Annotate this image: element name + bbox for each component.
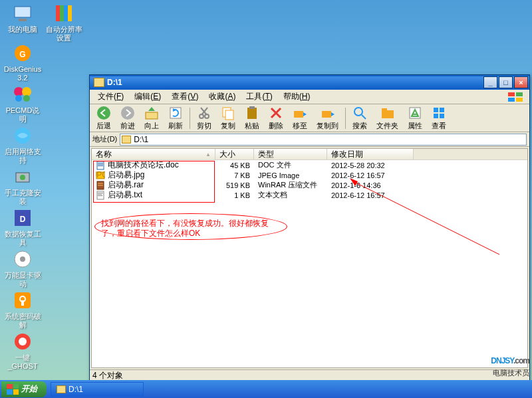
- annotation-text: 找到网的路径看下，有没恢复成功。很好都恢复了，重启看下文件怎么样OK: [101, 219, 281, 239]
- column-header[interactable]: 名称▲: [92, 149, 215, 159]
- toolbar-folders-button[interactable]: 文件夹: [372, 105, 402, 132]
- close-button[interactable]: ×: [514, 76, 528, 88]
- up-icon: [144, 106, 159, 120]
- svg-rect-41: [322, 111, 331, 118]
- menu-h[interactable]: 帮助(H): [278, 90, 316, 104]
- toolbar-label: 后退: [96, 121, 111, 131]
- desktop-icon-label: 我的电脑: [4, 25, 41, 34]
- minimize-button[interactable]: _: [483, 76, 497, 88]
- address-label: 地址(D): [92, 134, 117, 144]
- ghost-icon: [12, 331, 33, 352]
- desktop-icon-diskgenius[interactable]: GDiskGenius 3.2: [4, 43, 41, 82]
- prop-icon: [408, 106, 422, 120]
- toolbar-search-button[interactable]: 搜索: [348, 105, 371, 132]
- desktop-icon-colorbar[interactable]: 自动分辨率设置: [45, 3, 82, 43]
- column-header[interactable]: 类型: [254, 149, 327, 159]
- toolbar-cut-button[interactable]: 剪切: [193, 105, 215, 132]
- toolbar-up-button[interactable]: 向上: [140, 105, 163, 132]
- svg-rect-38: [247, 108, 257, 119]
- delete-icon: [269, 106, 283, 120]
- file-row[interactable]: 启动易.txt1 KB文本文档2012-6-12 16:57: [92, 190, 527, 200]
- toolbar-refresh-button[interactable]: 刷新: [164, 105, 187, 132]
- svg-rect-3: [60, 5, 64, 21]
- taskbar-item[interactable]: D:\1: [51, 382, 144, 397]
- menu-v[interactable]: 查看(V): [166, 90, 203, 104]
- desktop-icon-label: 系统密码破解: [4, 312, 41, 330]
- titlebar[interactable]: D:\1 _ □ ×: [90, 75, 529, 90]
- folders-icon: [380, 106, 395, 120]
- column-header[interactable]: 修改日期: [327, 149, 414, 159]
- menu-f[interactable]: 文件(F): [92, 90, 129, 104]
- svg-rect-26: [508, 98, 515, 102]
- svg-text:D: D: [20, 215, 26, 224]
- file-list[interactable]: 找到网的路径看下，有没恢复成功。很好都恢复了，重启看下文件怎么样OK 电脑技术员…: [92, 160, 527, 367]
- desktop-icon-ghost[interactable]: 一键_GHOST: [4, 331, 41, 371]
- desktop-icon-label: DiskGenius 3.2: [4, 65, 41, 82]
- svg-rect-37: [225, 110, 233, 120]
- svg-rect-49: [440, 108, 444, 112]
- svg-point-23: [19, 338, 27, 346]
- jpg-file-icon: JPG: [96, 171, 105, 180]
- file-row[interactable]: JPG启动易.jpg7 KBJPEG Image2012-6-12 16:57: [92, 170, 527, 180]
- svg-rect-56: [98, 164, 103, 165]
- address-input[interactable]: D:\1: [120, 134, 527, 146]
- svg-point-11: [23, 95, 30, 102]
- file-size: 7 KB: [215, 171, 254, 179]
- column-header[interactable]: 大小: [215, 149, 254, 159]
- moveto-icon: [293, 106, 307, 120]
- svg-rect-50: [434, 114, 438, 118]
- file-row[interactable]: 启动易.rar519 KBWinRAR 压缩文件2012-1-6 14:36: [92, 180, 527, 190]
- desktop-icon-label: PECMD说明: [4, 106, 41, 124]
- folder-icon: [57, 385, 66, 393]
- file-list-area: 名称▲大小类型修改日期 找到网的路径看下，有没恢复成功。很好都恢复了，重启看下文…: [91, 148, 528, 368]
- paste-icon: [245, 106, 259, 120]
- toolbar-moveto-button[interactable]: 移至: [289, 105, 311, 132]
- file-row[interactable]: 电脑技术员论坛.doc45 KBDOC 文件2012-5-28 20:32: [92, 160, 527, 170]
- toolbar-delete-button[interactable]: 删除: [265, 105, 287, 132]
- desktop-icon-password[interactable]: 系统密码破解: [4, 290, 41, 330]
- file-date: 2012-6-12 16:57: [327, 191, 414, 199]
- toolbar-paste-button[interactable]: 粘贴: [241, 105, 263, 132]
- desktop-icon-driver[interactable]: 万能显卡驱动: [4, 249, 41, 288]
- toolbar-label: 属性: [408, 121, 422, 131]
- toolbar-label: 搜索: [352, 121, 367, 131]
- back-icon: [96, 106, 111, 120]
- svg-rect-66: [98, 195, 102, 196]
- svg-point-9: [22, 87, 31, 96]
- desktop-icon-clone[interactable]: 手工克隆安装: [4, 166, 41, 206]
- svg-rect-55: [98, 163, 103, 163]
- toolbar-label: 剪切: [197, 121, 211, 131]
- menu-e[interactable]: 编辑(E): [129, 90, 166, 104]
- toolbar-copyto-button[interactable]: 复制到: [313, 105, 342, 132]
- toolbar-views-button[interactable]: 查看: [428, 105, 450, 132]
- watermark-sub: 电脑技术员: [491, 368, 529, 378]
- fwd-icon: [120, 106, 135, 120]
- menu-a[interactable]: 收藏(A): [203, 90, 241, 104]
- menu-t[interactable]: 工具(T): [241, 90, 277, 104]
- svg-rect-65: [98, 194, 102, 195]
- toolbar-copy-button[interactable]: 复制: [217, 105, 239, 132]
- desktop-icon-computer[interactable]: 我的电脑: [4, 3, 41, 34]
- toolbar-prop-button[interactable]: 属性: [404, 105, 426, 132]
- start-button[interactable]: 开始: [1, 381, 47, 397]
- svg-rect-24: [508, 92, 515, 96]
- svg-rect-27: [516, 98, 523, 102]
- desktop-icon-datarec[interactable]: D数据恢复工具: [4, 207, 41, 247]
- desktop-icon-butterfly[interactable]: PECMD说明: [4, 84, 41, 124]
- desktop-icon-network[interactable]: 启用网络支持: [4, 125, 41, 165]
- svg-rect-57: [98, 165, 103, 166]
- toolbar-label: 文件夹: [376, 121, 398, 131]
- toolbar-back-button[interactable]: 后退: [92, 105, 115, 132]
- rar-file-icon: [96, 181, 105, 190]
- toolbar-fwd-button[interactable]: 前进: [116, 105, 139, 132]
- toolbar-label: 删除: [269, 121, 283, 131]
- toolbar-label: 复制: [221, 121, 235, 131]
- diskgenius-icon: G: [12, 43, 33, 64]
- toolbar-label: 前进: [120, 121, 135, 131]
- network-icon: [12, 125, 33, 146]
- watermark-brand: DNJSY: [491, 356, 513, 365]
- maximize-button[interactable]: □: [499, 76, 513, 88]
- svg-line-43: [362, 115, 366, 119]
- svg-rect-64: [98, 193, 103, 193]
- svg-rect-61: [98, 183, 103, 184]
